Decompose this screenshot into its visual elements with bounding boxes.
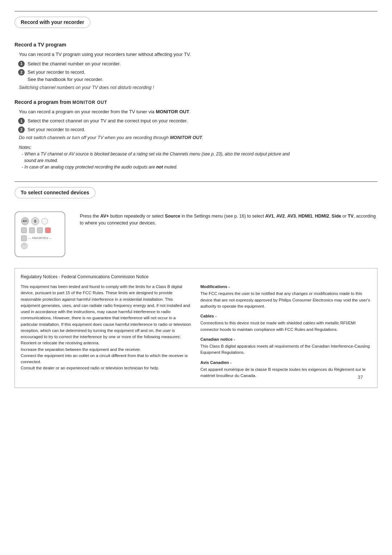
step-2-monitor: 2 Set your recorder to record. [18, 126, 377, 133]
reg-left-text: This equipment has been tested and found… [21, 284, 192, 372]
fav-left-btn[interactable] [21, 235, 27, 241]
remote-illustration: AV+ 0 — FAVORITES — ⌒ [15, 211, 65, 257]
note-line-1: - When a TV channel or AV source is bloc… [22, 151, 377, 164]
subsection2-intro: You can record a program on your recorde… [19, 108, 377, 116]
zero-btn[interactable]: 0 [31, 217, 39, 225]
arc-btn[interactable]: ⌒ [21, 243, 28, 249]
step1-text: Select the channel number on your record… [28, 60, 121, 68]
step1-circle: 1 [18, 61, 25, 67]
step2-text: Set your recorder to record.See the hand… [28, 69, 103, 83]
dot-btn [41, 218, 48, 224]
small-btn-2[interactable] [29, 227, 35, 233]
remote-section: AV+ 0 — FAVORITES — ⌒ Press the AV+ butt… [15, 211, 377, 257]
notes-section: Notes: - When a TV channel or AV source … [19, 144, 377, 170]
reg-right-col: Modifications -The FCC requires the user… [200, 284, 371, 382]
remote-favorites-row: — FAVORITES — ⌒ [21, 235, 59, 249]
step-1-tv: 1 Select the channel number on your reco… [18, 60, 377, 68]
step2-circle: 2 [18, 69, 25, 76]
subsection1-italic-note: Switching channel numbers on your TV doe… [19, 84, 377, 91]
monitor-italic-note: Do not switch channels or turn off your … [19, 134, 377, 141]
subsection1-title: Record a TV program [15, 41, 377, 49]
page-number: 37 [358, 374, 363, 381]
subsection-tv-program: Record a TV program You can record a TV … [15, 41, 377, 91]
reg-columns: This equipment has been tested and found… [21, 284, 371, 382]
step2-monitor-circle: 2 [18, 126, 25, 133]
step1-monitor-text: Select the correct channel on your TV an… [28, 117, 188, 125]
reg-cables: Cables -Connections to this device must … [200, 313, 371, 333]
regulatory-title: Regulatory Notices - Federal Communicati… [21, 274, 371, 280]
av-plus-btn[interactable]: AV+ [21, 217, 29, 225]
step-1-monitor: 1 Select the correct channel on your TV … [18, 117, 377, 125]
step1-monitor-circle: 1 [18, 118, 25, 124]
section1-box-label: Record with your recorder [15, 17, 90, 28]
reg-avis-canadien: Avis Canadien -Cet appareil numérique de… [200, 360, 371, 379]
subsection2-title: Record a program from MONITOR OUT [15, 98, 377, 106]
favorites-label: — FAVORITES — [28, 236, 52, 240]
notes-title: Notes: [19, 145, 32, 150]
step2-monitor-text: Set your recorder to record. [28, 126, 85, 133]
note-line-2: - In case of an analog copy protected re… [22, 164, 377, 170]
small-btn-4[interactable] [45, 227, 51, 233]
reg-modifications: Modifications -The FCC requires the user… [200, 284, 371, 309]
small-btn-1[interactable] [21, 227, 27, 233]
subsection1-intro: You can record a TV program using your r… [19, 51, 377, 58]
reg-left-col: This equipment has been tested and found… [21, 284, 192, 382]
section2-box-label: To select connected devices [15, 187, 95, 198]
remote-row-1: AV+ 0 [21, 217, 59, 225]
step-2-tv: 2 Set your recorder to record.See the ha… [18, 69, 377, 83]
reg-canadian-notice: Canadian notice -This Class B digital ap… [200, 336, 371, 356]
small-btn-3[interactable] [37, 227, 43, 233]
top-divider [15, 11, 377, 12]
subsection-monitor-out: Record a program from MONITOR OUT You ca… [15, 98, 377, 170]
regulatory-box: Regulatory Notices - Federal Communicati… [15, 268, 377, 388]
mid-divider [15, 181, 377, 182]
remote-row-2 [21, 227, 59, 233]
remote-description: Press the AV+ button repeatedly or selec… [80, 211, 377, 227]
